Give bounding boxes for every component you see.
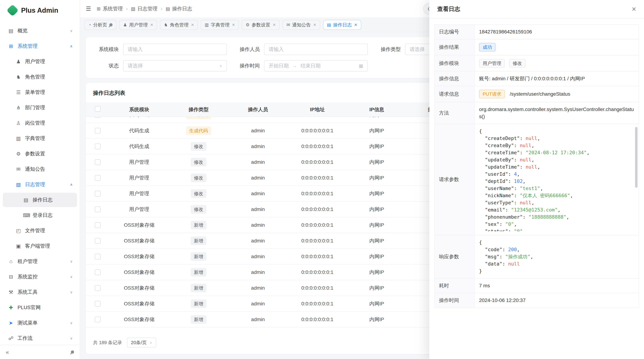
- row-checkbox[interactable]: [95, 117, 100, 118]
- site-icon: ✚: [8, 305, 14, 311]
- status-select[interactable]: 请选择 ∨: [123, 60, 227, 71]
- sidebar-item-label: 文件管理: [25, 227, 73, 234]
- row-checkbox[interactable]: [95, 128, 100, 134]
- sidebar-item-role[interactable]: ♞角色管理: [3, 70, 77, 84]
- sidebar-item-dict[interactable]: ▥字典管理: [3, 131, 77, 146]
- close-icon[interactable]: ×: [632, 5, 636, 13]
- module-cell: 用户管理: [129, 206, 149, 213]
- pin-sidebar-icon[interactable]: [70, 350, 74, 354]
- ip-info-cell: 内网IP: [370, 127, 384, 134]
- tab-dict[interactable]: ▥字典管理×: [201, 20, 239, 30]
- sidebar-item-param[interactable]: ⚙参数设置: [3, 147, 77, 161]
- sidebar-item-overview[interactable]: ▤概览∨: [3, 23, 77, 38]
- sidebar-item-user[interactable]: ♟用户管理: [3, 54, 77, 69]
- close-icon[interactable]: ×: [232, 22, 235, 28]
- sidebar-item-notice[interactable]: ✉通知公告: [3, 162, 77, 176]
- tab-analysis[interactable]: ◔分析页: [84, 20, 116, 30]
- request-params-scrollbar[interactable]: [635, 127, 638, 188]
- row-checkbox[interactable]: [95, 144, 100, 149]
- sidebar-item-label: 操作日志: [32, 196, 73, 203]
- oplog-icon: ▤: [166, 6, 170, 12]
- row-checkbox[interactable]: [95, 238, 100, 244]
- sidebar-item-post[interactable]: ♙岗位管理: [3, 116, 77, 130]
- module-label: 系统模块: [93, 46, 119, 53]
- sidebar-item-client[interactable]: ▣客户端管理: [3, 239, 77, 253]
- tab-param[interactable]: ⚙参数设置×: [242, 20, 280, 30]
- breadcrumb-item[interactable]: ⊞系统管理: [97, 5, 123, 12]
- time-range-input[interactable]: 开始日期 → 结束日期 ▦: [264, 60, 368, 71]
- chevron-down-icon: ∨: [70, 321, 73, 325]
- tab-user[interactable]: ♟用户管理×: [119, 20, 157, 30]
- row-checkbox[interactable]: [95, 207, 100, 212]
- row-checkbox[interactable]: [95, 254, 100, 259]
- tenant-icon: ⌂: [8, 259, 14, 264]
- sidebar-item-system[interactable]: ⊞系统管理∧: [3, 39, 77, 53]
- response-params-code: { "code": 200, "msg": "操作成功", "data": nu…: [479, 239, 634, 275]
- system-icon: ⊞: [8, 43, 14, 49]
- sidebar-item-workflow[interactable]: ☍工作流∨: [3, 331, 77, 345]
- sidebar-item-label: 部门管理: [25, 104, 73, 111]
- sidebar-item-oplog[interactable]: ▤操作日志: [3, 193, 77, 207]
- sidebar-item-dept[interactable]: ⋔部门管理: [3, 100, 77, 115]
- page-size-select[interactable]: 20条/页 ∨: [127, 338, 156, 348]
- ip-cell: 0:0:0:0:0:0:0:1: [301, 222, 333, 228]
- module-cell: OSS对象存储: [124, 222, 154, 229]
- close-icon[interactable]: ×: [313, 22, 316, 28]
- oplog-icon: ▤: [23, 197, 29, 203]
- row-checkbox[interactable]: [95, 175, 100, 181]
- select-all-checkbox[interactable]: [95, 106, 100, 112]
- ip-info-cell: 内网IP: [370, 159, 384, 166]
- close-icon[interactable]: ×: [150, 22, 153, 28]
- tab-oplog[interactable]: ▤操作日志×: [323, 20, 361, 30]
- sidebar-item-tools[interactable]: ⚒系统工具∨: [3, 285, 77, 299]
- http-method-badge: PUT请求: [479, 90, 505, 98]
- sidebar-item-monitor[interactable]: ⊟系统监控∨: [3, 270, 77, 284]
- role-icon: ♞: [164, 22, 168, 27]
- ip-info-cell: 内网IP: [370, 285, 384, 291]
- breadcrumb-label: 日志管理: [138, 5, 158, 12]
- sidebar-item-site[interactable]: ✚PLUS官网: [3, 300, 77, 315]
- ip-cell: 0:0:0:0:0:0:0:1: [301, 301, 333, 307]
- breadcrumb-item[interactable]: ▤操作日志: [166, 5, 192, 12]
- drawer-header: 查看日志 ×: [429, 0, 644, 18]
- close-icon[interactable]: ×: [191, 22, 194, 28]
- ip-cell: 0:0:0:0:0:0:0:1: [301, 128, 333, 134]
- sidebar-item-test[interactable]: ➤测试菜单∨: [3, 316, 77, 330]
- close-icon[interactable]: ×: [354, 22, 357, 28]
- sidebar-item-label: 系统监控: [18, 273, 70, 280]
- ip-info-cell: 内网IP: [370, 222, 384, 229]
- ip-cell: 0:0:0:0:0:0:0:1: [301, 159, 333, 165]
- type-badge: 生成代码: [186, 126, 211, 135]
- sidebar-item-file[interactable]: ◰文件管理: [3, 224, 77, 238]
- row-checkbox[interactable]: [95, 301, 100, 307]
- drawer-title: 查看日志: [437, 5, 460, 13]
- ip-info-cell: 内网IP: [370, 206, 384, 213]
- tab-notice[interactable]: ✉通知公告×: [282, 20, 320, 30]
- operator-cell: admin: [251, 207, 265, 212]
- row-checkbox[interactable]: [95, 222, 100, 228]
- param-icon: ⚙: [246, 22, 250, 27]
- operator-input[interactable]: 请输入: [264, 44, 368, 55]
- request-params-code: { "createDept": null, "createBy": null, …: [479, 128, 634, 231]
- sidebar-item-label: 用户管理: [25, 58, 73, 65]
- operator-cell: admin: [251, 159, 265, 165]
- sidebar-item-loginlog[interactable]: ⌨登录日志: [3, 208, 77, 222]
- sidebar-item-menu[interactable]: ☰菜单管理: [3, 85, 77, 99]
- row-checkbox[interactable]: [95, 269, 100, 275]
- breadcrumb-item[interactable]: ▧日志管理: [131, 5, 158, 12]
- pin-icon[interactable]: [108, 22, 113, 27]
- row-checkbox[interactable]: [95, 191, 100, 196]
- collapse-sidebar-icon[interactable]: «: [6, 349, 9, 356]
- row-checkbox[interactable]: [95, 159, 100, 165]
- logo[interactable]: Plus Admin: [0, 0, 80, 21]
- sidebar-item-log[interactable]: ▧日志管理∧: [3, 177, 77, 192]
- row-checkbox[interactable]: [95, 285, 100, 291]
- module-input[interactable]: 请输入: [123, 44, 227, 55]
- sidebar-item-label: 客户端管理: [25, 243, 73, 249]
- tab-role[interactable]: ♞角色管理×: [160, 20, 198, 30]
- close-icon[interactable]: ×: [273, 22, 276, 28]
- hamburger-menu-icon[interactable]: ☰: [86, 5, 91, 12]
- operator-placeholder: 请输入: [269, 46, 284, 53]
- row-checkbox[interactable]: [95, 317, 100, 322]
- sidebar-item-tenant[interactable]: ⌂租户管理∨: [3, 254, 77, 269]
